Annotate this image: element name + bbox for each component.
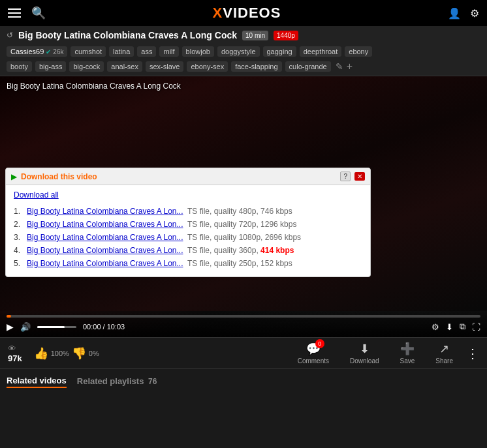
video-title-overlay: Big Booty Latina Colombiana Craves A Lon… — [7, 82, 181, 91]
tag-doggystyle[interactable]: doggystyle — [217, 46, 260, 57]
settings-icon[interactable]: ⚙ — [470, 7, 479, 20]
add-tag-icon[interactable]: + — [347, 61, 353, 72]
tag-deepthroat[interactable]: deepthroat — [300, 46, 342, 57]
eye-icon: 👁 — [8, 344, 16, 353]
save-button[interactable]: ➕ Save — [390, 342, 426, 365]
quality-badge: 1440p — [274, 31, 298, 40]
user-icon[interactable]: 👤 — [448, 7, 461, 20]
tag-ebony[interactable]: ebony — [345, 46, 372, 57]
tag-blowjob[interactable]: blowjob — [182, 46, 214, 57]
popup-help-button[interactable]: ? — [340, 172, 351, 181]
play-button[interactable]: ▶ — [7, 321, 14, 332]
title-row: ↺ Big Booty Latina Colombiana Craves A L… — [0, 26, 487, 44]
like-dislike-group: 👍 100% 👎 0% — [34, 346, 99, 361]
item-number: 2. — [14, 220, 23, 229]
comments-button[interactable]: 💬 0 Comments — [287, 342, 339, 365]
share-label: Share — [435, 357, 453, 365]
item-number: 3. — [14, 233, 23, 242]
popup-header: ▶ Download this video ? ✕ — [6, 168, 370, 185]
volume-bar[interactable] — [37, 326, 76, 328]
popup-close-button[interactable]: ✕ — [354, 172, 365, 181]
controls-right: ⚙ ⬇ ⧉ ⛶ — [432, 321, 480, 332]
top-navigation: 🔍 XVIDEOS 👤 ⚙ — [0, 0, 487, 26]
volume-icon[interactable]: 🔊 — [20, 322, 31, 332]
tag-ebony-sex[interactable]: ebony-sex — [187, 61, 228, 72]
progress-bar[interactable] — [7, 315, 480, 318]
nav-right: 👤 ⚙ — [448, 7, 479, 20]
tab-related-videos[interactable]: Related videos — [7, 374, 67, 388]
duration-badge: 10 min — [242, 31, 268, 40]
share-button[interactable]: ↗ Share — [425, 342, 463, 365]
hamburger-menu[interactable] — [8, 8, 21, 18]
download-ctrl-icon[interactable]: ⬇ — [446, 322, 453, 332]
tag-big-ass[interactable]: big-ass — [35, 61, 66, 72]
volume-fill — [37, 326, 65, 328]
download-filename-4[interactable]: Big Booty Latina Colombiana Craves A Lon… — [27, 246, 183, 255]
site-logo: XVIDEOS — [213, 5, 281, 22]
tag-face-slapping[interactable]: face-slapping — [231, 61, 281, 72]
item-number: 5. — [14, 259, 23, 268]
download-list: 1. Big Booty Latina Colombiana Craves A … — [14, 205, 362, 270]
popup-play-icon: ▶ — [11, 172, 17, 181]
tag-sex-slave[interactable]: sex-slave — [146, 61, 183, 72]
pip-icon[interactable]: ⧉ — [460, 321, 465, 332]
download-info-1: TS file, quality 480p, 746 kbps — [187, 207, 292, 216]
controls-row: ▶ 🔊 00:00 / 10:03 ⚙ ⬇ ⧉ ⛶ — [7, 321, 480, 332]
progress-fill — [7, 315, 11, 318]
download-item-1: 1. Big Booty Latina Colombiana Craves A … — [14, 205, 362, 218]
tag-gagging[interactable]: gagging — [263, 46, 296, 57]
download-icon: ⬇ — [360, 342, 369, 356]
controls-left: ▶ 🔊 00:00 / 10:03 — [7, 321, 125, 332]
verified-icon: ✔ — [46, 48, 51, 55]
tag-milf[interactable]: milf — [159, 46, 178, 57]
view-count: 97k — [8, 353, 22, 363]
edit-tags-icon[interactable]: ✎ — [336, 61, 343, 72]
fullscreen-icon[interactable]: ⛶ — [472, 322, 480, 332]
download-button[interactable]: ⬇ Download — [339, 342, 389, 365]
download-filename-2[interactable]: Big Booty Latina Colombiana Craves A Lon… — [27, 220, 183, 229]
tags-row-1: Cassies69 ✔ 26k cumshot latina ass milf … — [0, 44, 487, 59]
tab-playlists-label: Related playlists — [77, 376, 144, 386]
settings-ctrl-icon[interactable]: ⚙ — [432, 322, 439, 332]
tag-culo-grande[interactable]: culo-grande — [285, 61, 331, 72]
footer-tabs: Related videos Related playlists 76 — [0, 368, 487, 393]
search-icon[interactable]: 🔍 — [31, 6, 46, 20]
dislike-percent: 0% — [89, 350, 99, 357]
tag-cumshot[interactable]: cumshot — [71, 46, 106, 57]
save-label: Save — [400, 357, 415, 365]
tag-booty[interactable]: booty — [7, 61, 32, 72]
tab-related-videos-label: Related videos — [7, 376, 67, 385]
save-icon: ➕ — [400, 342, 415, 356]
download-all-link[interactable]: Download all — [14, 190, 362, 200]
item-number: 1. — [14, 207, 23, 216]
tag-big-cock[interactable]: big-cock — [69, 61, 104, 72]
share-icon: ↗ — [439, 342, 449, 356]
video-player[interactable]: Big Booty Latina Colombiana Craves A Lon… — [0, 76, 487, 337]
logo-text: VIDEOS — [223, 5, 281, 21]
comments-label: Comments — [298, 357, 329, 365]
download-item-2: 2. Big Booty Latina Colombiana Craves A … — [14, 218, 362, 231]
download-item-4: 4. Big Booty Latina Colombiana Craves A … — [14, 244, 362, 257]
popup-body: Download all 1. Big Booty Latina Colombi… — [6, 185, 370, 276]
download-item-5: 5. Big Booty Latina Colombiana Craves A … — [14, 257, 362, 270]
channel-name: Cassies69 — [10, 48, 44, 55]
download-filename-5[interactable]: Big Booty Latina Colombiana Craves A Lon… — [27, 259, 183, 268]
tag-ass[interactable]: ass — [137, 46, 156, 57]
channel-tag[interactable]: Cassies69 ✔ 26k — [7, 46, 67, 57]
tag-latina[interactable]: latina — [109, 46, 134, 57]
tags-row-2: booty big-ass big-cock anal-sex sex-slav… — [0, 59, 487, 76]
download-info-2: TS file, quality 720p, 1296 kbps — [187, 220, 296, 229]
tab-playlists-count: 76 — [148, 377, 157, 386]
video-title: Big Booty Latina Colombiana Craves A Lon… — [18, 30, 237, 40]
like-button[interactable]: 👍 — [34, 346, 48, 361]
download-filename-1[interactable]: Big Booty Latina Colombiana Craves A Lon… — [27, 207, 183, 216]
more-options-button[interactable]: ⋮ — [466, 346, 479, 361]
refresh-icon[interactable]: ↺ — [7, 31, 13, 40]
download-filename-3[interactable]: Big Booty Latina Colombiana Craves A Lon… — [27, 233, 183, 242]
tab-related-playlists[interactable]: Related playlists 76 — [77, 375, 157, 387]
views-stat: 👁 97k — [8, 344, 22, 363]
tag-anal-sex[interactable]: anal-sex — [107, 61, 142, 72]
dislike-button[interactable]: 👎 — [72, 346, 86, 361]
nav-left: 🔍 — [8, 6, 46, 20]
comments-badge: 0 — [315, 339, 324, 348]
